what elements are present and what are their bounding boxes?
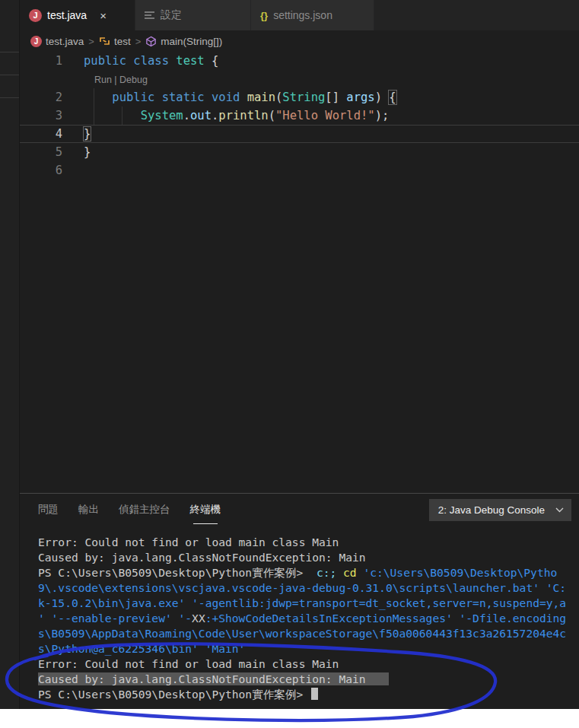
panel-tab-debug-console[interactable]: 偵錯主控台 [119,503,170,518]
code-line: 5} [20,143,579,161]
tab-label: 設定 [161,8,182,22]
class-icon [99,36,110,46]
bottom-panel: 問題 輸出 偵錯主控台 終端機 2: Java Debug Console Er… [20,493,579,709]
code-line: 2 public static void main(String[] args)… [20,88,579,106]
tab-label: settings.json [273,9,332,21]
breadcrumb: J test.java > test > main(Stri [20,30,579,52]
code-line: Run | Debug [20,70,579,88]
code-line: 6 [20,161,579,180]
settings-editor-icon [145,11,155,20]
terminal-line: PS C:\Users\B0509\Desktop\Python實作案例> c:… [38,565,579,580]
panel-tab-output[interactable]: 輸出 [78,503,99,518]
terminal-line: s\B0509\AppData\Roaming\Code\User\worksp… [38,626,579,641]
breadcrumb-file[interactable]: J test.java [30,36,84,47]
terminal-line: s\Python@a_c6225346\bin' 'Main' [38,641,579,656]
panel-tab-terminal[interactable]: 終端機 [190,503,221,518]
panel-tab-bar: 問題 輸出 偵錯主控台 終端機 2: Java Debug Console [20,494,579,527]
indent-guide [94,106,94,125]
terminal-line: ' '--enable-preview' '-XX:+ShowCodeDetai… [38,611,579,626]
line-number: 5 [20,143,62,161]
line-number [20,70,62,88]
terminal-cursor [311,688,318,700]
tab-test-java[interactable]: J test.java × [20,0,135,30]
debug-link[interactable]: Debug [119,75,148,85]
indent-guide [122,106,122,125]
terminal-line: Caused by: java.lang.ClassNotFoundExcept… [38,672,579,687]
terminal-selector-dropdown[interactable]: 2: Java Debug Console [429,499,571,521]
run-link[interactable]: Run [94,75,112,85]
breadcrumb-class[interactable]: test [99,36,131,47]
editor-tab-bar: J test.java × 設定 {} settings.json [20,0,579,30]
sidebar-edge [0,0,20,709]
line-number: 3 [20,106,62,125]
code-text: } [62,143,91,161]
code-text: public class test { [62,52,218,70]
sidebar-row-divider [0,97,19,98]
breadcrumb-separator: > [135,36,142,47]
method-cube-icon [145,36,157,47]
line-number: 6 [20,161,62,180]
terminal-selection: Caused by: java.lang.ClassNotFoundExcept… [38,672,389,685]
terminal-line: Error: Could not find or load main class… [38,535,579,550]
code-text: } [62,126,91,142]
tab-settings[interactable]: 設定 [135,0,251,30]
line-number: 1 [20,52,62,70]
terminal-line: 9\.vscode\extensions\vscjava.vscode-java… [38,580,579,596]
json-braces-icon: {} [260,10,268,21]
close-icon[interactable]: × [100,9,107,22]
chevron-down-icon [555,507,564,513]
code-text [62,161,84,180]
code-editor[interactable]: 1public class test { Run | Debug2 public… [20,52,579,493]
indent-guide [94,88,94,106]
terminal-line: k-15.0.2\bin\java.exe' '-agentlib:jdwp=t… [38,596,579,611]
terminal-line: PS C:\Users\B0509\Desktop\Python實作案例> [38,687,579,702]
line-number: 4 [20,126,62,142]
java-file-icon: J [29,9,42,22]
terminal-output[interactable]: Error: Could not find or load main class… [20,527,579,702]
java-file-icon: J [30,36,42,47]
breadcrumb-method[interactable]: main(String[]) [145,36,222,47]
sidebar-row-divider [0,52,19,52]
sidebar-row-divider [0,75,19,75]
codelens: Run | Debug [62,70,148,88]
terminal-line: Error: Could not find or load main class… [38,656,579,672]
tab-settings-json[interactable]: {} settings.json [251,0,374,30]
code-text: public static void main(String[] args) { [62,88,396,106]
tab-label: test.java [47,9,87,21]
code-text: System.out.println("Hello World!"); [62,106,389,125]
panel-tab-problems[interactable]: 問題 [38,503,59,518]
terminal-line: Caused by: java.lang.ClassNotFoundExcept… [38,550,579,565]
breadcrumb-separator: > [88,36,94,47]
vscode-window: J test.java × 設定 {} settings.json J test… [0,0,579,709]
tabbar-empty-space [374,0,579,30]
code-line: 4} [20,125,579,143]
line-number: 2 [20,88,62,106]
code-line: 1public class test { [20,52,579,70]
code-line: 3 System.out.println("Hello World!"); [20,106,579,125]
